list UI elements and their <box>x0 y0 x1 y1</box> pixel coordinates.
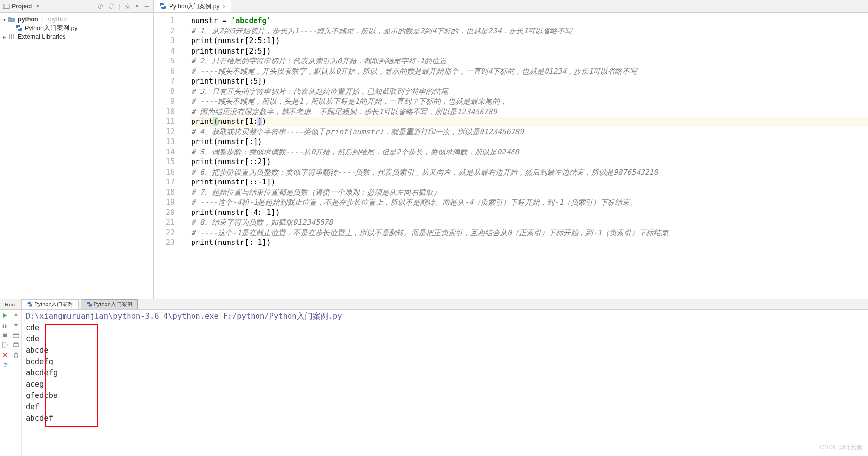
svg-rect-15 <box>14 344 18 347</box>
editor-panel: Python入门案例.py × 123456789101112131415161… <box>154 0 868 299</box>
svg-rect-9 <box>3 325 4 328</box>
tree-root[interactable]: ▾ python F:\python <box>0 15 153 24</box>
stop-icon[interactable] <box>1 322 9 329</box>
editor-tabs: Python入门案例.py × <box>154 0 868 13</box>
layout-icon[interactable] <box>12 332 20 339</box>
chevron-down-icon[interactable]: ▾ <box>2 17 7 22</box>
exit-icon[interactable] <box>1 341 9 349</box>
editor-tab-label: Python入门案例.py <box>169 2 219 11</box>
project-dropdown-icon[interactable]: ▼ <box>36 4 40 9</box>
svg-rect-16 <box>14 342 17 344</box>
watermark: CSDN @唯元素 <box>820 442 862 453</box>
trash-icon[interactable] <box>12 351 20 359</box>
tree-ext-libs-label: External Libraries <box>17 33 65 40</box>
settings-dropdown-icon[interactable]: ▼ <box>135 4 139 9</box>
close-icon[interactable]: × <box>222 3 226 10</box>
up-icon[interactable] <box>12 312 20 319</box>
run-gutter: ? <box>0 310 22 456</box>
code-area[interactable]: numstr = 'abcdefg'# 1、从2到5开始切片，步长为1----顾… <box>182 13 868 299</box>
close-red-icon[interactable] <box>1 351 9 359</box>
project-title-label: Project <box>12 3 32 10</box>
help-icon[interactable]: ? <box>1 361 9 368</box>
print-icon[interactable] <box>12 341 20 349</box>
project-tree: ▾ python F:\python Python入门案例.py ▸ Exter… <box>0 13 153 43</box>
hide-icon[interactable] <box>143 3 150 10</box>
svg-point-3 <box>100 5 101 7</box>
run-toolbar: Run: Python入门案例 Python入门案例 <box>0 299 868 310</box>
console-command: D:\xiangmuruanjian\python-3.6.4\python.e… <box>26 311 864 322</box>
console-stdout: cdecdeabcdebcdefgabcdefgaceggfedcbadefab… <box>26 322 864 424</box>
down-icon[interactable] <box>12 322 20 329</box>
locate-icon[interactable] <box>97 3 104 10</box>
tree-file-label: Python入门案例.py <box>24 24 78 32</box>
project-toolbar: Project ▼ | ▼ <box>0 0 153 13</box>
tree-file[interactable]: Python入门案例.py <box>0 24 153 32</box>
code-editor[interactable]: 1234567891011121314151617181920212223 nu… <box>154 13 868 299</box>
svg-rect-6 <box>9 34 10 39</box>
tree-root-label: python <box>17 16 38 23</box>
run-tab-label: Python入门案例 <box>94 301 132 308</box>
settings-icon[interactable] <box>124 3 131 10</box>
svg-rect-8 <box>13 34 14 39</box>
run-tab-label: Python入门案例 <box>34 301 73 308</box>
run-config-tab[interactable]: Python入门案例 <box>21 299 78 309</box>
svg-rect-11 <box>3 334 7 337</box>
python-file-icon <box>27 302 32 307</box>
tree-ext-libs[interactable]: ▸ External Libraries <box>0 32 153 41</box>
rerun-icon[interactable] <box>1 312 9 319</box>
run-label: Run: <box>2 302 19 307</box>
tree-root-hint: F:\python <box>39 16 68 23</box>
svg-rect-14 <box>3 342 6 348</box>
separator: | <box>119 3 120 10</box>
project-panel: Project ▼ | ▼ ▾ python F:\python Python入… <box>0 0 154 299</box>
run-config-tab-active[interactable]: Python入门案例 <box>81 299 138 309</box>
run-tool-window: Run: Python入门案例 Python入门案例 <box>0 299 868 456</box>
line-gutter: 1234567891011121314151617181920212223 <box>154 13 182 299</box>
restart-icon[interactable] <box>1 332 9 339</box>
collapse-icon[interactable] <box>108 3 115 10</box>
libraries-icon <box>8 33 16 41</box>
project-title[interactable]: Project <box>3 3 32 10</box>
console-output[interactable]: D:\xiangmuruanjian\python-3.6.4\python.e… <box>22 310 868 456</box>
svg-rect-5 <box>145 6 149 7</box>
svg-rect-12 <box>13 333 19 337</box>
python-file-icon <box>159 2 166 10</box>
svg-rect-10 <box>5 325 7 328</box>
svg-rect-7 <box>11 34 12 39</box>
editor-tab[interactable]: Python入门案例.py × <box>154 0 231 12</box>
python-file-icon <box>86 302 92 307</box>
chevron-right-icon[interactable]: ▸ <box>2 34 7 40</box>
svg-point-4 <box>126 5 129 7</box>
svg-rect-1 <box>3 4 5 8</box>
python-file-icon <box>15 24 23 32</box>
folder-icon <box>8 15 16 23</box>
